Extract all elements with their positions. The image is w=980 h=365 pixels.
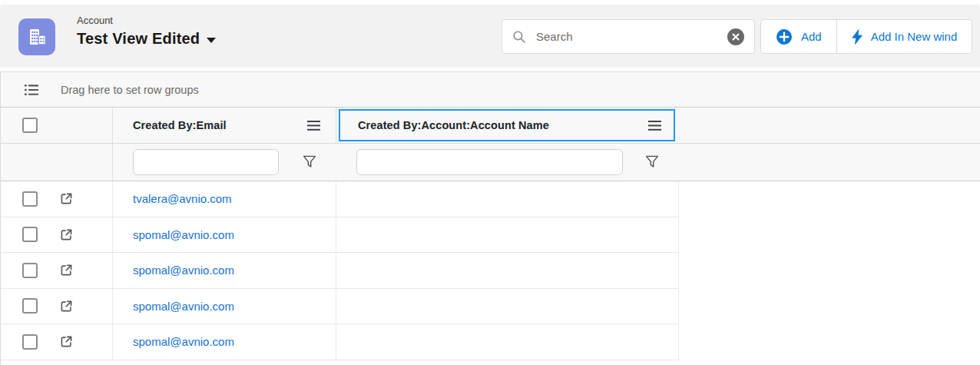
filter-menu-button-account-name[interactable] <box>645 155 659 168</box>
chevron-down-icon <box>207 38 216 43</box>
email-link[interactable]: spomal@avnio.com <box>133 335 234 348</box>
add-in-new-window-button[interactable]: Add In New wind <box>837 20 972 53</box>
row-checkbox[interactable] <box>22 298 38 314</box>
email-cell: spomal@avnio.com <box>113 289 336 324</box>
add-button[interactable]: Add <box>761 20 836 53</box>
view-title[interactable]: Test View Edited <box>77 30 216 48</box>
list-view-page: Account Test View Edited <box>0 0 980 365</box>
column-label: Created By:Account:Account Name <box>358 119 549 131</box>
search-box <box>502 19 755 54</box>
row-checkbox[interactable] <box>22 227 38 242</box>
external-link-icon[interactable] <box>59 299 74 314</box>
email-link[interactable]: tvalera@avnio.com <box>133 192 232 205</box>
external-link-icon[interactable] <box>59 227 74 242</box>
data-grid: Drag here to set row groups Created By:E… <box>0 71 980 365</box>
row-controls-cell <box>1 289 113 324</box>
close-icon <box>732 33 740 41</box>
column-header-account-name[interactable]: Created By:Account:Account Name <box>339 109 675 141</box>
account-name-cell <box>336 289 679 324</box>
email-cell: spomal@avnio.com <box>113 324 336 360</box>
column-menu-button[interactable] <box>306 119 322 132</box>
column-divider <box>112 144 113 181</box>
view-title-text: Test View Edited <box>77 30 200 48</box>
toolbar-button-group: Add Add In New wind <box>760 19 972 54</box>
column-filter-row <box>1 144 980 181</box>
page-header: Account Test View Edited <box>0 5 980 68</box>
grid-rows: tvalera@avnio.com spomal@avnio.com <box>1 181 980 360</box>
row-checkbox[interactable] <box>22 263 38 278</box>
email-cell: spomal@avnio.com <box>113 253 336 288</box>
email-link[interactable]: spomal@avnio.com <box>133 228 234 241</box>
row-checkbox[interactable] <box>22 191 38 207</box>
column-menu-button[interactable] <box>647 119 663 132</box>
column-label: Created By:Email <box>133 119 227 131</box>
filter-menu-button-email[interactable] <box>303 155 316 168</box>
filter-funnel-icon <box>645 155 659 168</box>
email-cell: spomal@avnio.com <box>113 217 336 253</box>
filter-input-email[interactable] <box>133 149 279 175</box>
select-all-checkbox[interactable] <box>22 118 38 133</box>
row-controls-cell <box>1 324 113 360</box>
add-button-label: Add <box>801 30 822 43</box>
row-group-drop-zone[interactable]: Drag here to set row groups <box>1 72 980 108</box>
lightning-bolt-icon <box>852 29 862 45</box>
account-name-cell <box>336 324 679 360</box>
select-all-header-cell <box>1 108 113 143</box>
account-name-cell <box>336 253 679 288</box>
hamburger-menu-icon <box>648 121 661 131</box>
row-groups-icon <box>24 84 39 96</box>
hamburger-menu-icon <box>307 121 320 131</box>
external-link-icon[interactable] <box>59 191 74 206</box>
row-group-hint-text: Drag here to set row groups <box>61 84 199 96</box>
table-row: spomal@avnio.com <box>1 289 679 325</box>
search-icon <box>512 30 526 44</box>
filter-input-account-name[interactable] <box>356 149 623 175</box>
clear-search-button[interactable] <box>727 28 744 45</box>
row-controls-cell <box>1 181 113 217</box>
row-controls-cell <box>1 217 113 253</box>
object-label: Account <box>77 14 216 27</box>
external-link-icon[interactable] <box>59 334 74 349</box>
email-link[interactable]: spomal@avnio.com <box>133 300 234 313</box>
column-header-email[interactable]: Created By:Email <box>113 108 336 143</box>
account-name-cell <box>336 217 679 253</box>
account-object-icon <box>18 18 55 55</box>
email-link[interactable]: spomal@avnio.com <box>133 264 234 277</box>
column-header-row: Created By:Email Created By:Account:Acco… <box>1 108 980 144</box>
table-row: spomal@avnio.com <box>1 324 679 360</box>
account-name-cell <box>336 181 679 217</box>
email-cell: tvalera@avnio.com <box>113 181 336 217</box>
buildings-icon <box>25 25 49 49</box>
search-input[interactable] <box>535 29 727 44</box>
filter-funnel-icon <box>303 155 316 168</box>
table-row: spomal@avnio.com <box>1 217 679 254</box>
plus-circle-icon <box>776 28 793 45</box>
table-row: tvalera@avnio.com <box>1 181 679 217</box>
add-in-new-window-label: Add In New wind <box>871 30 958 43</box>
title-block: Account Test View Edited <box>77 14 216 48</box>
table-row: spomal@avnio.com <box>1 253 679 289</box>
row-checkbox[interactable] <box>22 334 38 350</box>
external-link-icon[interactable] <box>59 263 74 277</box>
row-controls-cell <box>1 253 113 288</box>
